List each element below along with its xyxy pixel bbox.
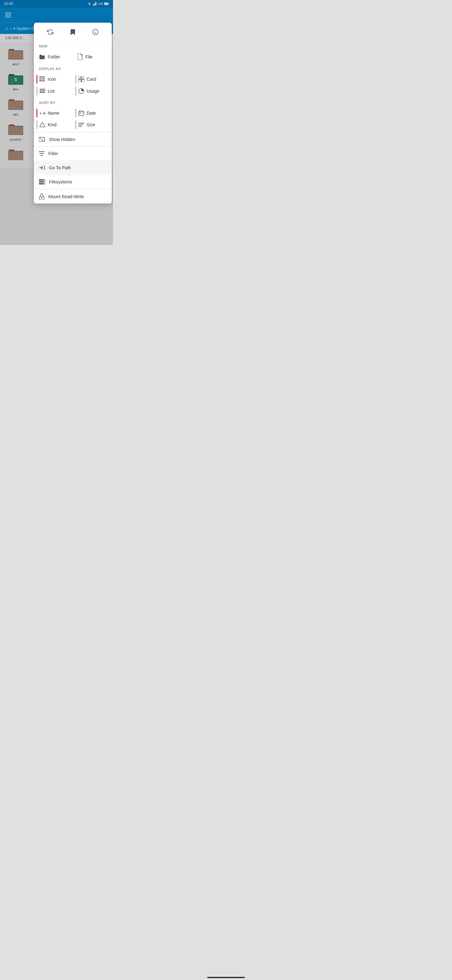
- sort-kind-item[interactable]: Kind: [34, 119, 73, 130]
- new-folder-item[interactable]: Folder: [34, 51, 73, 63]
- svg-rect-24: [40, 80, 41, 81]
- svg-rect-28: [82, 76, 84, 79]
- inactive-indicator: [75, 75, 76, 84]
- sort-date-item[interactable]: Date: [73, 107, 112, 119]
- svg-rect-31: [40, 89, 45, 90]
- filter-label: Filter: [48, 151, 58, 156]
- active-indicator: [36, 109, 37, 118]
- folder-icon: [39, 54, 45, 60]
- filesystems-icon: [39, 179, 45, 185]
- svg-rect-19: [41, 76, 43, 78]
- display-list-item[interactable]: List: [34, 85, 73, 97]
- inactive-indicator: [36, 120, 37, 129]
- show-hidden-icon: [39, 137, 45, 142]
- bookmark-button[interactable]: [67, 26, 78, 38]
- svg-rect-27: [78, 76, 81, 79]
- svg-rect-21: [40, 78, 41, 80]
- dropdown-toolbar: [34, 22, 112, 42]
- filesystems-label: Filesystems: [49, 179, 72, 185]
- display-section-grid: Icon Card L: [34, 72, 112, 98]
- sort-kind-label: Kind: [48, 122, 57, 127]
- sort-size-label: Size: [87, 122, 95, 127]
- mount-rw-icon: [39, 194, 44, 200]
- display-list-label: List: [48, 89, 55, 94]
- section-display-header: DISPLAY AS: [34, 64, 112, 72]
- sort-name-label: Name: [48, 111, 59, 116]
- az-icon: a-z: [40, 111, 45, 115]
- file-icon: [78, 54, 83, 60]
- sortby-section-grid: a-z Name Date: [34, 106, 112, 132]
- svg-rect-30: [82, 80, 84, 82]
- usage-icon: [78, 88, 84, 94]
- mount-read-write-item[interactable]: Mount Read-Write: [34, 190, 112, 204]
- filter-item[interactable]: Filter: [34, 147, 112, 160]
- svg-rect-20: [43, 76, 44, 78]
- svg-rect-26: [43, 80, 44, 81]
- display-card-label: Card: [87, 76, 96, 82]
- inactive-indicator: [75, 120, 76, 129]
- svg-rect-33: [40, 92, 45, 93]
- svg-line-45: [40, 138, 44, 142]
- new-file-item[interactable]: File: [73, 51, 112, 63]
- new-file-label: File: [86, 54, 93, 59]
- display-usage-item[interactable]: Usage: [73, 85, 112, 97]
- display-card-item[interactable]: Card: [73, 73, 112, 85]
- inactive-indicator: [75, 109, 76, 118]
- section-new-header: NEW: [34, 42, 112, 49]
- display-icon-item[interactable]: Icon: [34, 73, 73, 85]
- new-folder-label: Folder: [48, 54, 60, 59]
- svg-rect-36: [79, 111, 84, 116]
- divider-4: [34, 175, 112, 175]
- go-to-path-label: Go To Path: [49, 165, 71, 170]
- sort-date-label: Date: [87, 111, 96, 116]
- go-to-path-item[interactable]: Go To Path: [34, 161, 112, 174]
- filter-icon: [39, 151, 44, 156]
- svg-rect-25: [41, 80, 43, 81]
- svg-rect-22: [41, 78, 43, 80]
- size-icon: [78, 123, 84, 127]
- go-to-path-icon: [39, 165, 45, 170]
- display-usage-label: Usage: [87, 89, 99, 94]
- svg-text:a-z: a-z: [40, 111, 45, 116]
- svg-point-54: [44, 183, 45, 185]
- section-sortby-header: SORT BY: [34, 98, 112, 106]
- date-icon: [78, 110, 84, 116]
- show-hidden-label: Show Hidden: [49, 137, 75, 142]
- divider-5: [34, 189, 112, 189]
- svg-point-53: [44, 181, 45, 183]
- inactive-indicator: [75, 87, 76, 95]
- kind-icon: [40, 122, 45, 127]
- filesystems-item[interactable]: Filesystems: [34, 176, 112, 188]
- sort-size-item[interactable]: Size: [73, 119, 112, 130]
- svg-rect-23: [43, 78, 44, 80]
- display-icon-label: Icon: [48, 76, 56, 82]
- svg-rect-40: [80, 113, 81, 114]
- mount-read-write-label: Mount Read-Write: [48, 194, 84, 199]
- active-indicator: [36, 75, 37, 84]
- refresh-button[interactable]: [44, 26, 56, 38]
- card-icon: [78, 76, 84, 82]
- inactive-indicator: [36, 87, 37, 95]
- grid-icon: [40, 76, 45, 82]
- new-section-grid: Folder File: [34, 49, 112, 64]
- info-button[interactable]: [90, 26, 101, 38]
- show-hidden-item[interactable]: Show Hidden: [34, 133, 112, 146]
- sort-name-item[interactable]: a-z Name: [34, 107, 73, 119]
- svg-rect-18: [40, 76, 41, 78]
- svg-rect-29: [78, 80, 81, 82]
- svg-point-52: [44, 180, 45, 181]
- divider-3: [34, 161, 112, 161]
- dropdown-menu: NEW Folder File DISPLAY AS: [34, 22, 112, 204]
- svg-rect-32: [40, 91, 45, 91]
- divider-2: [34, 146, 112, 147]
- list-icon: [40, 89, 45, 93]
